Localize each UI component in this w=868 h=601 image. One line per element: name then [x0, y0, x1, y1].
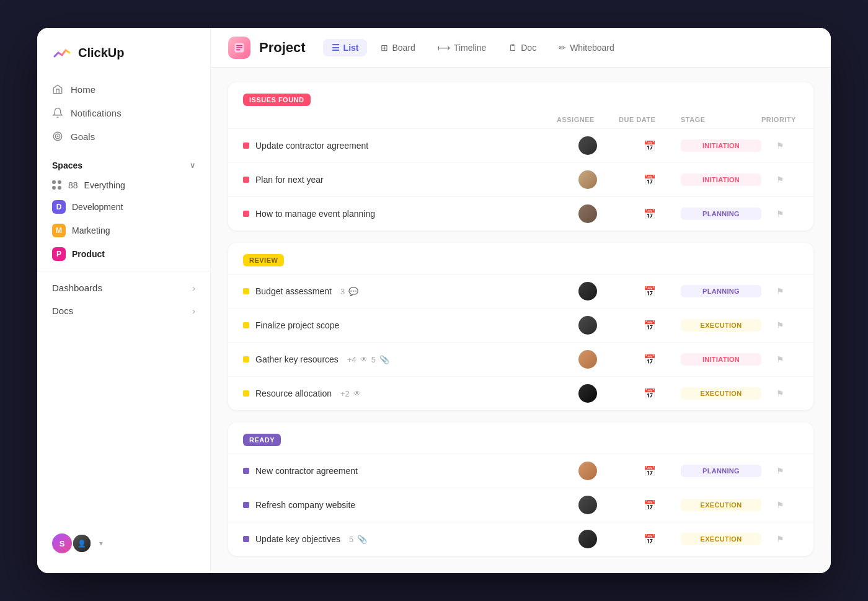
table-row[interactable]: Refresh company website 📅 EXECUTION ⚑ [228, 488, 813, 522]
col-assignee: ASSIGNEE [557, 116, 619, 123]
ready-tag: READY [243, 434, 281, 446]
task-label: Plan for next year [255, 175, 324, 185]
task-dot [243, 502, 249, 508]
priority-cell[interactable]: ⚑ [761, 320, 799, 330]
stage-cell: PLANNING [681, 285, 761, 297]
priority-cell[interactable]: ⚑ [761, 209, 799, 219]
priority-cell[interactable]: ⚑ [761, 175, 799, 185]
due-date-cell[interactable]: 📅 [619, 388, 681, 400]
assignee-cell [557, 350, 619, 369]
list-icon: ☰ [332, 43, 340, 53]
task-dot [243, 468, 249, 474]
stage-cell: INITIATION [681, 139, 761, 152]
due-date-cell[interactable]: 📅 [619, 140, 681, 152]
table-row[interactable]: How to manage event planning 📅 PLANNING … [228, 196, 813, 230]
avatar [578, 136, 597, 155]
due-date-cell[interactable]: 📅 [619, 208, 681, 220]
priority-cell[interactable]: ⚑ [761, 466, 799, 476]
stage-badge: EXECUTION [681, 319, 761, 331]
due-date-cell[interactable]: 📅 [619, 320, 681, 331]
priority-cell[interactable]: ⚑ [761, 141, 799, 151]
review-tag: REVIEW [243, 254, 284, 266]
stage-cell: EXECUTION [681, 533, 761, 545]
nav-goals-label: Goals [71, 131, 95, 142]
task-label: How to manage event planning [255, 209, 375, 219]
assignee-cell [557, 530, 619, 548]
priority-cell[interactable]: ⚑ [761, 354, 799, 364]
sidebar-item-marketing[interactable]: M Marketing [37, 219, 210, 242]
nav-dashboards[interactable]: Dashboards › [37, 276, 210, 299]
priority-cell[interactable]: ⚑ [761, 500, 799, 510]
everything-count: 88 [68, 180, 78, 190]
everything-label: Everything [84, 180, 125, 190]
priority-cell[interactable]: ⚑ [761, 388, 799, 398]
nav-goals[interactable]: Goals [37, 125, 210, 148]
table-row[interactable]: Budget assessment 3 💬 📅 PLANNING ⚑ [228, 274, 813, 308]
meta-count2: 5 [371, 355, 376, 364]
task-name: Finalize project scope [243, 320, 557, 330]
task-name: New contractor agreement [243, 466, 557, 476]
board-icon: ⊞ [381, 43, 388, 53]
task-name: How to manage event planning [243, 209, 557, 219]
priority-cell[interactable]: ⚑ [761, 534, 799, 544]
task-meta: +2 👁 [340, 389, 361, 398]
due-date-cell[interactable]: 📅 [619, 533, 681, 545]
task-meta: 3 💬 [340, 287, 358, 296]
sidebar-item-product[interactable]: P Product [37, 242, 210, 266]
task-dot [243, 288, 249, 294]
due-date-cell[interactable]: 📅 [619, 354, 681, 366]
logo-text: ClickUp [78, 46, 124, 60]
stage-badge: INITIATION [681, 353, 761, 366]
meta-count3: 5 [349, 535, 353, 544]
table-row[interactable]: Resource allocation +2 👁 📅 EXECUTION ⚑ [228, 376, 813, 410]
tab-doc[interactable]: 🗒 Doc [500, 39, 545, 56]
column-headers-issues: ASSIGNEE DUE DATE STAGE PRIORITY [228, 113, 813, 128]
avatar [578, 530, 597, 548]
avatar-s[interactable]: S [52, 533, 72, 553]
task-name: Update contractor agreement [243, 141, 557, 151]
sidebar-item-development[interactable]: D Development [37, 195, 210, 219]
content-area: ISSUES FOUND ASSIGNEE DUE DATE STAGE PRI… [211, 68, 831, 573]
tab-whiteboard[interactable]: ✏ Whiteboard [550, 39, 623, 56]
avatar-dropdown[interactable]: ▾ [99, 539, 103, 548]
due-date-cell[interactable]: 📅 [619, 174, 681, 186]
avatar [578, 350, 597, 369]
nav-home-label: Home [71, 84, 95, 95]
spaces-label: Spaces [52, 160, 82, 170]
table-row[interactable]: Plan for next year 📅 INITIATION ⚑ [228, 162, 813, 196]
tab-list[interactable]: ☰ List [323, 39, 368, 56]
avatar [578, 282, 597, 300]
spaces-chevron[interactable]: ∨ [190, 161, 195, 170]
table-row[interactable]: Gather key resources +4 👁 5 📎 📅 INIT [228, 342, 813, 376]
marketing-badge: M [52, 224, 66, 237]
table-row[interactable]: Finalize project scope 📅 EXECUTION ⚑ [228, 308, 813, 342]
table-row[interactable]: Update contractor agreement 📅 INITIATION… [228, 128, 813, 162]
task-dot [243, 356, 249, 362]
table-row[interactable]: Update key objectives 5 📎 📅 EXECUTION ⚑ [228, 522, 813, 556]
avatar-user[interactable]: 👤 [72, 533, 92, 553]
tab-timeline[interactable]: ⟼ Timeline [429, 39, 495, 56]
sidebar-item-everything[interactable]: 88 Everything [37, 175, 210, 195]
section-ready: READY New contractor agreement 📅 PLANNIN… [228, 423, 813, 556]
avatar [578, 170, 597, 189]
avatar [578, 496, 597, 514]
nav-docs[interactable]: Docs › [37, 299, 210, 322]
task-name: Plan for next year [243, 175, 557, 185]
dashboards-label: Dashboards [52, 283, 102, 293]
nav-home[interactable]: Home [37, 77, 210, 101]
nav-notifications[interactable]: Notifications [37, 101, 210, 125]
task-label: New contractor agreement [255, 466, 358, 476]
task-name: Budget assessment 3 💬 [243, 286, 557, 296]
due-date-cell[interactable]: 📅 [619, 286, 681, 297]
due-date-cell[interactable]: 📅 [619, 499, 681, 511]
priority-cell[interactable]: ⚑ [761, 286, 799, 296]
sidebar-bottom: S 👤 ▾ [37, 524, 210, 563]
section-issues: ISSUES FOUND ASSIGNEE DUE DATE STAGE PRI… [228, 82, 813, 230]
table-row[interactable]: New contractor agreement 📅 PLANNING ⚑ [228, 454, 813, 488]
stage-cell: EXECUTION [681, 319, 761, 331]
tab-board[interactable]: ⊞ Board [372, 39, 423, 56]
whiteboard-label: Whiteboard [570, 43, 614, 53]
assignee-cell [557, 136, 619, 155]
due-date-cell[interactable]: 📅 [619, 465, 681, 477]
section-issues-header: ISSUES FOUND [228, 82, 813, 113]
